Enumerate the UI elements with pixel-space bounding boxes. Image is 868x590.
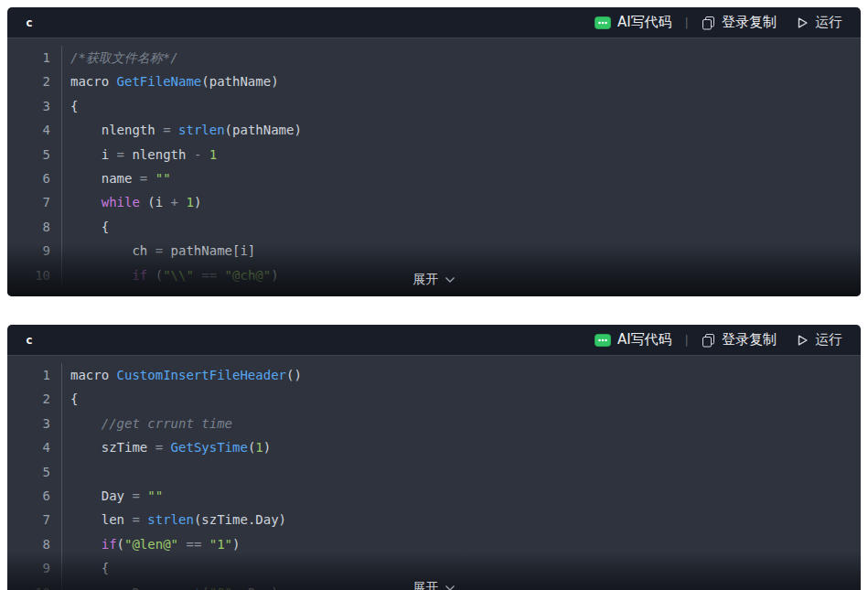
code-lines: 1macro CustomInsertFileHeader()2{3 //get… — [7, 356, 861, 590]
code-token — [70, 268, 132, 283]
code-line-text: { — [62, 387, 78, 411]
run-button[interactable]: 运行 — [797, 14, 842, 31]
code-line-text: macro CustomInsertFileHeader() — [62, 363, 302, 387]
code-line-text: name = "" — [62, 166, 171, 190]
code-line: 3 //get crrunt time — [7, 412, 861, 435]
run-label: 运行 — [815, 331, 842, 349]
line-number: 8 — [7, 532, 62, 556]
expand-button[interactable]: 展开 — [408, 271, 461, 289]
expand-label: 展开 — [413, 580, 439, 590]
code-token: ) — [194, 195, 201, 209]
code-token: name — [70, 171, 140, 186]
code-token — [217, 268, 224, 283]
code-token: (pathName) — [225, 123, 302, 137]
chevron-down-icon — [445, 276, 455, 284]
code-line-text: szTime = GetSysTime(1) — [62, 435, 271, 459]
line-number: 9 — [7, 556, 62, 580]
code-token — [70, 416, 102, 431]
code-token — [171, 123, 178, 137]
run-button[interactable]: 运行 — [797, 331, 842, 349]
code-token: , Day) — [232, 585, 279, 590]
line-number: 1 — [7, 46, 62, 70]
login-copy-button[interactable]: 登录复制 — [702, 331, 777, 349]
code-line: 8 if("@len@" == "1") — [7, 532, 861, 556]
code-token: strlen — [178, 123, 225, 137]
copy-icon — [702, 333, 715, 348]
code-token: ( — [147, 268, 163, 283]
code-token: + — [171, 195, 178, 209]
code-token — [163, 440, 170, 455]
code-line: 7 len = strlen(szTime.Day) — [7, 508, 861, 531]
code-token: Day — [70, 488, 132, 503]
login-copy-button[interactable]: 登录复制 — [702, 14, 777, 31]
code-token: "\\" — [163, 268, 194, 283]
line-number: 2 — [7, 387, 62, 411]
code-token: cat — [178, 585, 201, 590]
code-token: { — [70, 392, 78, 406]
code-line: 4 szTime = GetSysTime(1) — [7, 435, 861, 459]
code-line-text: macro GetFileName(pathName) — [62, 70, 279, 93]
code-line-text: Day = "" — [62, 484, 163, 508]
code-token: = — [163, 123, 170, 137]
line-number: 10 — [7, 263, 62, 287]
code-token: "" — [155, 171, 171, 186]
line-number: 5 — [7, 143, 62, 166]
code-token: ) — [263, 440, 271, 455]
expand-label: 展开 — [413, 272, 439, 288]
code-token: ) — [271, 268, 278, 283]
ai-write-code-button[interactable]: AI写代码 — [595, 14, 672, 31]
line-number: 3 — [7, 94, 62, 118]
line-number: 4 — [7, 435, 62, 459]
code-line-text: if("@len@" == "1") — [62, 532, 241, 556]
ai-code-badge-icon — [595, 16, 611, 29]
expand-button[interactable]: 展开 — [408, 579, 461, 590]
code-token: nlength — [70, 123, 163, 137]
code-line-text: nlength = strlen(pathName) — [62, 118, 302, 142]
line-number: 8 — [7, 215, 62, 239]
ai-write-code-label: AI写代码 — [617, 14, 672, 31]
code-token: = — [132, 512, 139, 527]
code-token: = — [163, 585, 170, 590]
toolbar-separator: | — [685, 333, 689, 347]
code-token — [201, 147, 209, 162]
code-token: /*获取文件名称*/ — [70, 50, 178, 65]
code-line: 7 while (i + 1) — [7, 190, 861, 214]
code-line: 1macro CustomInsertFileHeader() — [7, 363, 861, 387]
code-line: 1/*获取文件名称*/ — [7, 46, 861, 70]
code-line-text: len = strlen(szTime.Day) — [62, 508, 286, 531]
code-token: if — [102, 537, 117, 552]
code-block-header: c AI写代码 | — [7, 325, 861, 356]
code-line: 9 { — [7, 556, 861, 580]
ai-code-badge-icon — [595, 334, 611, 347]
line-number: 6 — [7, 484, 62, 508]
code-line-text: ch = pathName[i] — [62, 239, 255, 263]
code-area: 1/*获取文件名称*/2macro GetFileName(pathName)3… — [7, 38, 861, 296]
code-token: "" — [147, 488, 163, 503]
play-icon — [797, 16, 809, 29]
code-line-text: { — [62, 94, 78, 118]
code-toolbar: AI写代码 | 登录复制 — [595, 14, 842, 31]
code-toolbar: AI写代码 | 登录复制 — [595, 331, 842, 349]
line-number: 7 — [7, 508, 62, 531]
code-token — [171, 585, 178, 590]
ai-write-code-button[interactable]: AI写代码 — [595, 331, 672, 349]
code-token: pathName[i] — [163, 243, 255, 258]
code-line: 5 — [7, 460, 861, 484]
code-line: 8 { — [7, 215, 861, 239]
run-label: 运行 — [815, 14, 842, 31]
code-token: if — [132, 268, 147, 283]
code-line: 9 ch = pathName[i] — [7, 239, 861, 263]
line-number: 7 — [7, 190, 62, 214]
line-number: 9 — [7, 239, 62, 263]
code-line-text: { — [62, 215, 109, 239]
code-token: == — [201, 268, 217, 283]
code-token: Day — [70, 585, 163, 590]
code-token: "@ch@" — [225, 268, 272, 283]
code-token: i — [70, 147, 117, 162]
code-line-text: //get crrunt time — [62, 412, 232, 435]
code-token: szTime — [70, 440, 155, 455]
line-number: 10 — [7, 581, 62, 590]
line-number: 6 — [7, 166, 62, 190]
code-token: macro — [70, 368, 117, 382]
code-token: len — [70, 512, 132, 527]
